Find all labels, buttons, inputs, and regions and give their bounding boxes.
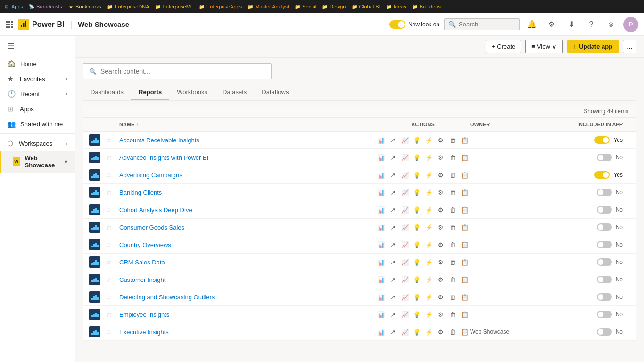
avatar[interactable]: P: [623, 17, 638, 32]
new-look-toggle-switch[interactable]: [389, 20, 405, 29]
tab-workbooks[interactable]: Workbooks: [169, 85, 215, 100]
favorite-star[interactable]: ☆: [106, 258, 119, 266]
connect-icon[interactable]: ⚡: [424, 152, 434, 163]
report-name[interactable]: CRM Sales Data: [119, 259, 376, 266]
analyze-icon[interactable]: 📈: [400, 204, 410, 215]
settings-row-icon[interactable]: ⚙: [436, 309, 446, 320]
insights-icon[interactable]: 💡: [412, 291, 422, 303]
settings-row-icon[interactable]: ⚙: [436, 169, 446, 181]
notification-icon[interactable]: 🔔: [524, 17, 539, 32]
share-icon[interactable]: ↗: [388, 326, 398, 337]
lineage-icon[interactable]: 📊: [376, 134, 386, 146]
share-icon[interactable]: ↗: [388, 274, 398, 285]
included-toggle-no[interactable]: [597, 241, 612, 248]
delete-icon[interactable]: 🗑: [448, 187, 458, 198]
insights-icon[interactable]: 💡: [412, 239, 422, 250]
included-toggle-no[interactable]: [597, 258, 612, 266]
analyze-icon[interactable]: 📈: [400, 309, 410, 320]
bookmark-ideas[interactable]: 📁 Ideas: [386, 4, 406, 9]
settings-row-icon[interactable]: ⚙: [436, 291, 446, 303]
settings-row-icon[interactable]: ⚙: [436, 326, 446, 337]
analyze-icon[interactable]: 📈: [400, 134, 410, 146]
settings-row-icon[interactable]: ⚙: [436, 152, 446, 163]
favorite-star[interactable]: ☆: [106, 311, 119, 318]
settings-row-icon[interactable]: ⚙: [436, 134, 446, 146]
copy-icon[interactable]: 📋: [460, 204, 471, 215]
delete-icon[interactable]: 🗑: [448, 152, 458, 163]
connect-icon[interactable]: ⚡: [424, 169, 434, 181]
favorite-star[interactable]: ☆: [106, 189, 119, 196]
bookmark-social[interactable]: 📁 Social: [295, 4, 316, 9]
bookmark-design[interactable]: 📁 Design: [322, 4, 346, 9]
waffle-icon[interactable]: [6, 21, 13, 28]
report-name[interactable]: Customer Insight: [119, 276, 376, 283]
analyze-icon[interactable]: 📈: [400, 326, 410, 337]
workspaces-header[interactable]: ⬡ Workspaces ›: [0, 136, 75, 151]
analyze-icon[interactable]: 📈: [400, 169, 410, 181]
favorite-star[interactable]: ☆: [106, 293, 119, 301]
favorite-star[interactable]: ☆: [106, 223, 119, 231]
settings-row-icon[interactable]: ⚙: [436, 274, 446, 285]
analyze-icon[interactable]: 📈: [400, 274, 410, 285]
download-icon[interactable]: ⬇: [564, 17, 579, 32]
copy-icon[interactable]: 📋: [460, 326, 471, 337]
settings-row-icon[interactable]: ⚙: [436, 187, 446, 198]
lineage-icon[interactable]: 📊: [376, 222, 386, 233]
share-icon[interactable]: ↗: [388, 222, 398, 233]
share-icon[interactable]: ↗: [388, 187, 398, 198]
included-toggle-no[interactable]: [597, 276, 612, 283]
search-content-bar[interactable]: 🔍: [83, 63, 272, 79]
delete-icon[interactable]: 🗑: [448, 256, 458, 268]
lineage-icon[interactable]: 📊: [376, 256, 386, 268]
connect-icon[interactable]: ⚡: [424, 239, 434, 250]
lineage-icon[interactable]: 📊: [376, 326, 386, 337]
connect-icon[interactable]: ⚡: [424, 187, 434, 198]
share-icon[interactable]: ↗: [388, 239, 398, 250]
connect-icon[interactable]: ⚡: [424, 222, 434, 233]
tab-dataflows[interactable]: Dataflows: [254, 85, 296, 100]
sidebar-item-shared[interactable]: 👥 Shared with me: [0, 116, 75, 132]
sidebar-hamburger[interactable]: ☰: [0, 36, 75, 56]
emoji-icon[interactable]: ☺: [603, 17, 619, 32]
report-name[interactable]: Country Overviews: [119, 241, 376, 248]
bookmark-apps[interactable]: ⊞ Apps: [4, 4, 23, 9]
lineage-icon[interactable]: 📊: [376, 152, 386, 163]
included-toggle-no[interactable]: [597, 206, 612, 214]
delete-icon[interactable]: 🗑: [448, 291, 458, 303]
analyze-icon[interactable]: 📈: [400, 222, 410, 233]
copy-icon[interactable]: 📋: [460, 134, 471, 146]
search-box[interactable]: 🔍: [444, 18, 520, 30]
delete-icon[interactable]: 🗑: [448, 274, 458, 285]
favorite-star[interactable]: ☆: [106, 328, 119, 336]
sidebar-item-favorites[interactable]: ★ Favorites ›: [0, 71, 75, 86]
share-icon[interactable]: ↗: [388, 204, 398, 215]
delete-icon[interactable]: 🗑: [448, 239, 458, 250]
new-look-toggle[interactable]: New look on: [389, 20, 439, 29]
report-name[interactable]: Accounts Receivable Insights: [119, 137, 376, 144]
share-icon[interactable]: ↗: [388, 134, 398, 146]
copy-icon[interactable]: 📋: [460, 274, 471, 285]
report-name[interactable]: Employee Insights: [119, 311, 376, 318]
analyze-icon[interactable]: 📈: [400, 291, 410, 303]
connect-icon[interactable]: ⚡: [424, 204, 434, 215]
connect-icon[interactable]: ⚡: [424, 256, 434, 268]
settings-row-icon[interactable]: ⚙: [436, 222, 446, 233]
connect-icon[interactable]: ⚡: [424, 291, 434, 303]
insights-icon[interactable]: 💡: [412, 326, 422, 337]
brand-logo[interactable]: Power BI: [18, 19, 64, 30]
insights-icon[interactable]: 💡: [412, 187, 422, 198]
bookmark-bookmarks[interactable]: ★ Bookmarks: [68, 4, 101, 9]
copy-icon[interactable]: 📋: [460, 239, 471, 250]
copy-icon[interactable]: 📋: [460, 291, 471, 303]
lineage-icon[interactable]: 📊: [376, 204, 386, 215]
insights-icon[interactable]: 💡: [412, 222, 422, 233]
insights-icon[interactable]: 💡: [412, 152, 422, 163]
favorite-star[interactable]: ☆: [106, 171, 119, 179]
included-toggle-no[interactable]: [597, 311, 612, 318]
settings-row-icon[interactable]: ⚙: [436, 204, 446, 215]
help-icon[interactable]: ?: [584, 17, 599, 32]
sidebar-item-apps[interactable]: ⊞ Apps: [0, 101, 75, 116]
lineage-icon[interactable]: 📊: [376, 274, 386, 285]
delete-icon[interactable]: 🗑: [448, 169, 458, 181]
copy-icon[interactable]: 📋: [460, 169, 471, 181]
